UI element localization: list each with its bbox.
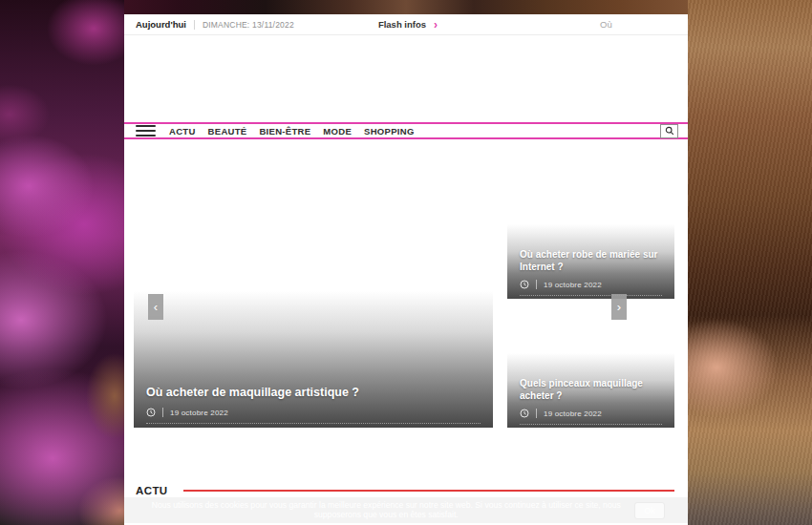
article-meta: 19 octobre 2022 (146, 408, 481, 424)
topbar-separator (194, 20, 195, 30)
article-date: 19 octobre 2022 (170, 409, 228, 417)
featured-article-side[interactable]: Où acheter robe de mariée sur Internet ?… (507, 175, 674, 299)
top-bar: Aujourd'hui DIMANCHE: 13/11/2022 Flash i… (124, 14, 688, 35)
article-date: 19 octobre 2022 (544, 281, 602, 289)
nav-item-mode[interactable]: MODE (323, 126, 352, 136)
article-meta: 19 octobre 2022 (520, 280, 662, 296)
section-title: ACTU (136, 485, 168, 496)
background-photo-top (124, 0, 688, 14)
news-ticker-text: Où (600, 19, 612, 30)
carousel-prev-button[interactable]: ‹ (148, 294, 163, 320)
meta-separator (536, 409, 537, 418)
featured-article-main[interactable]: ‹ › Où acheter de maquillage artistique … (134, 175, 493, 428)
current-date: DIMANCHE: 13/11/2022 (203, 20, 294, 30)
cookie-message: Nous utilisons des cookies pour vous gar… (147, 501, 625, 519)
article-date: 19 octobre 2022 (544, 410, 602, 418)
article-meta: 19 octobre 2022 (520, 409, 662, 425)
featured-carousel: ‹ › Où acheter de maquillage artistique … (124, 175, 688, 428)
background-photo-face (688, 0, 812, 525)
background-photo-orchids (0, 0, 124, 525)
section-divider-line (183, 490, 674, 492)
menu-icon[interactable] (136, 125, 156, 136)
flash-infos-label: Flash infos (378, 19, 426, 30)
nav-item-bien-etre[interactable]: BIEN-ÊTRE (259, 126, 310, 136)
main-navigation: ACTU BEAUTÉ BIEN-ÊTRE MODE SHOPPING (124, 122, 688, 139)
cookie-ok-button[interactable]: Ok (634, 502, 665, 519)
clock-icon (146, 408, 156, 417)
clock-icon (520, 409, 529, 418)
nav-item-beaute[interactable]: BEAUTÉ (208, 126, 247, 136)
header-logo-area (124, 35, 688, 122)
flash-infos-link[interactable]: Flash infos › (378, 19, 438, 31)
today-label: Aujourd'hui (136, 19, 186, 30)
article-title[interactable]: Où acheter de maquillage artistique ? (134, 386, 493, 401)
nav-item-actu[interactable]: ACTU (169, 126, 196, 136)
cookie-consent-bar: Nous utilisons des cookies pour vous gar… (124, 497, 688, 523)
actu-section-header: ACTU (124, 484, 688, 497)
search-icon (665, 126, 674, 136)
meta-separator (162, 408, 163, 417)
article-title[interactable]: Où acheter robe de mariée sur Internet ? (507, 249, 674, 273)
nav-item-shopping[interactable]: SHOPPING (364, 126, 415, 136)
search-button[interactable] (660, 124, 678, 138)
chevron-right-icon: › (434, 19, 438, 31)
meta-separator (536, 280, 537, 289)
carousel-next-button[interactable]: › (611, 294, 627, 320)
clock-icon (520, 280, 529, 289)
featured-article-side[interactable]: Quels pinceaux maquillage acheter ? 19 o… (507, 304, 674, 428)
main-content-panel: Aujourd'hui DIMANCHE: 13/11/2022 Flash i… (124, 14, 688, 525)
carousel-side-column: Où acheter robe de mariée sur Internet ?… (507, 175, 674, 428)
article-title[interactable]: Quels pinceaux maquillage acheter ? (507, 378, 674, 402)
